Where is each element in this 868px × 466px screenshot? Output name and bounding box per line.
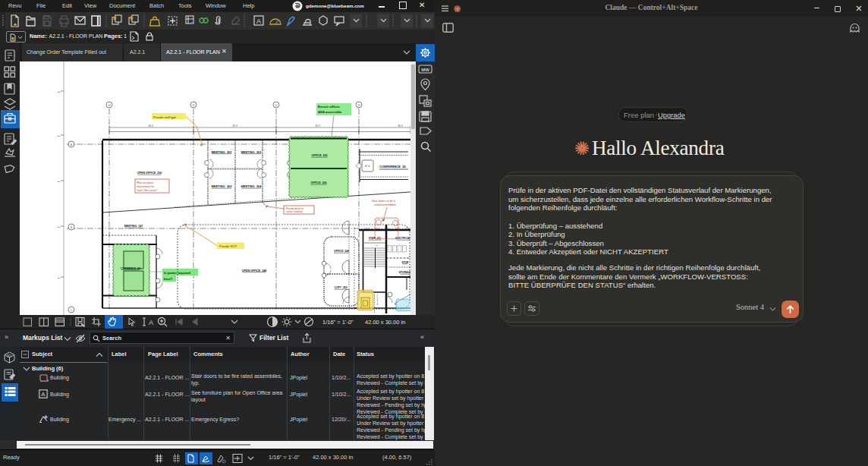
svg-text:OFFICE 249: OFFICE 249: [334, 250, 349, 253]
svg-text:MEETING 203: MEETING 203: [241, 150, 262, 154]
svg-text:A: A: [41, 391, 46, 398]
svg-text:CONFERENCE 146: CONFERENCE 146: [121, 267, 141, 270]
svg-text:STOR: STOR: [402, 261, 409, 264]
svg-text:A7 01: A7 01: [365, 165, 371, 168]
svg-text:CONFERENCE 20: CONFERENCE 20: [379, 165, 406, 168]
svg-text:OFFICE 205: OFFICE 205: [311, 154, 327, 157]
svg-text:BUILDING RM: BUILDING RM: [376, 294, 378, 306]
svg-text:1/16" = 1'-0": 1/16" = 1'-0": [322, 319, 354, 326]
svg-text:Stair doors to be fi: Stair doors to be fi: [372, 200, 395, 203]
svg-text:30'-0": 30'-0": [233, 124, 238, 128]
svg-text:OFFICE 206: OFFICE 206: [310, 181, 326, 184]
svg-text:OPEN OFFICE 200: OPEN OFFICE 200: [137, 172, 162, 175]
svg-text:42.00 x 30.00 in: 42.00 x 30.00 in: [365, 319, 405, 326]
svg-text:10: 10: [108, 104, 111, 107]
svg-text:UP: UP: [376, 244, 379, 247]
svg-text:OPEN OFFICE 248: OPEN OFFICE 248: [242, 269, 266, 272]
svg-text:Provide detail for: Provide detail for: [286, 207, 303, 210]
svg-text:MEETING 204: MEETING 204: [241, 184, 262, 188]
svg-text:11: 11: [192, 104, 194, 107]
svg-text:here?: here?: [164, 277, 173, 281]
svg-text:Open Office areas?: Open Office areas?: [137, 189, 158, 192]
svg-text:B: B: [71, 226, 72, 229]
svg-text:12: 12: [275, 104, 278, 107]
svg-text:13: 13: [357, 104, 360, 107]
svg-text:A: A: [71, 143, 72, 146]
svg-text:MW: MW: [421, 68, 429, 72]
svg-text:30'-0": 30'-0": [149, 124, 154, 128]
svg-text:Ensure offices: Ensure offices: [318, 105, 341, 109]
svg-text:30'-0": 30'-0": [316, 124, 321, 128]
svg-text:MEETING 201: MEETING 201: [211, 150, 232, 154]
svg-text:Provide RCP: Provide RCP: [219, 244, 237, 248]
svg-text:rated assemblies,: rated assemblies,: [374, 203, 397, 206]
svg-text:ADA accessible: ADA accessible: [318, 110, 342, 114]
svg-text:A: A: [149, 319, 153, 326]
svg-text:COPY 250: COPY 250: [334, 286, 347, 289]
svg-text:30'-0": 30'-0": [398, 124, 404, 128]
svg-text:A: A: [256, 17, 261, 25]
svg-text:STORAGE: STORAGE: [398, 271, 410, 274]
svg-text:What are power: What are power: [137, 181, 154, 184]
svg-text:Provide wall type: Provide wall type: [153, 115, 177, 119]
svg-text:MEETING 147: MEETING 147: [124, 225, 143, 228]
svg-text:requirements for: requirements for: [137, 185, 155, 188]
svg-text:3D: 3D: [7, 354, 12, 358]
svg-text:corner condition: corner condition: [286, 210, 303, 213]
svg-text:MEETING 202: MEETING 202: [211, 184, 232, 188]
